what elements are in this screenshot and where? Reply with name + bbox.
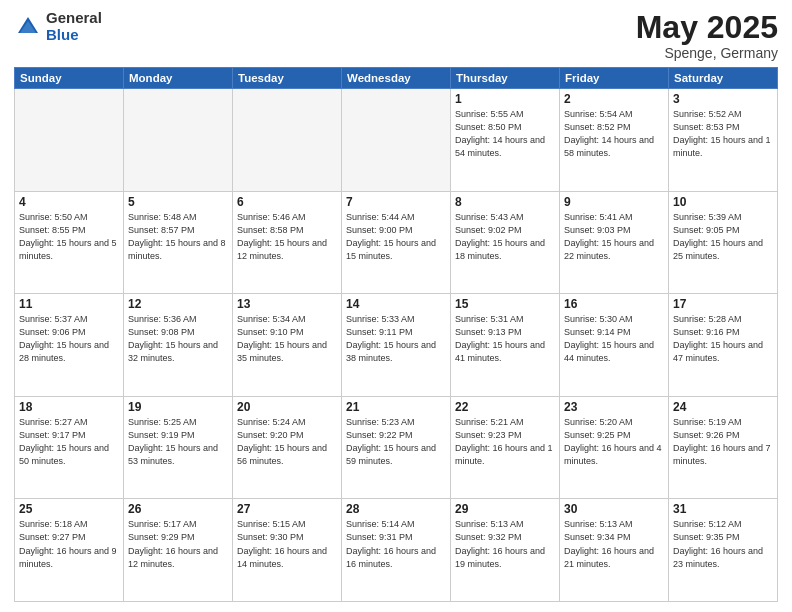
calendar-cell: 25Sunrise: 5:18 AM Sunset: 9:27 PM Dayli… bbox=[15, 499, 124, 602]
day-info: Sunrise: 5:27 AM Sunset: 9:17 PM Dayligh… bbox=[19, 416, 119, 468]
calendar-cell: 31Sunrise: 5:12 AM Sunset: 9:35 PM Dayli… bbox=[669, 499, 778, 602]
calendar-cell: 22Sunrise: 5:21 AM Sunset: 9:23 PM Dayli… bbox=[451, 396, 560, 499]
day-info: Sunrise: 5:31 AM Sunset: 9:13 PM Dayligh… bbox=[455, 313, 555, 365]
calendar-cell: 5Sunrise: 5:48 AM Sunset: 8:57 PM Daylig… bbox=[124, 191, 233, 294]
day-number: 6 bbox=[237, 195, 337, 209]
day-number: 14 bbox=[346, 297, 446, 311]
logo: General Blue bbox=[14, 10, 102, 43]
day-info: Sunrise: 5:34 AM Sunset: 9:10 PM Dayligh… bbox=[237, 313, 337, 365]
day-number: 20 bbox=[237, 400, 337, 414]
calendar-table: Sunday Monday Tuesday Wednesday Thursday… bbox=[14, 67, 778, 602]
calendar-cell: 12Sunrise: 5:36 AM Sunset: 9:08 PM Dayli… bbox=[124, 294, 233, 397]
day-number: 3 bbox=[673, 92, 773, 106]
day-number: 31 bbox=[673, 502, 773, 516]
week-row-2: 4Sunrise: 5:50 AM Sunset: 8:55 PM Daylig… bbox=[15, 191, 778, 294]
day-info: Sunrise: 5:12 AM Sunset: 9:35 PM Dayligh… bbox=[673, 518, 773, 570]
day-number: 24 bbox=[673, 400, 773, 414]
day-number: 9 bbox=[564, 195, 664, 209]
day-number: 17 bbox=[673, 297, 773, 311]
day-info: Sunrise: 5:48 AM Sunset: 8:57 PM Dayligh… bbox=[128, 211, 228, 263]
calendar-cell: 2Sunrise: 5:54 AM Sunset: 8:52 PM Daylig… bbox=[560, 89, 669, 192]
calendar-cell: 21Sunrise: 5:23 AM Sunset: 9:22 PM Dayli… bbox=[342, 396, 451, 499]
calendar-cell: 27Sunrise: 5:15 AM Sunset: 9:30 PM Dayli… bbox=[233, 499, 342, 602]
calendar-cell: 6Sunrise: 5:46 AM Sunset: 8:58 PM Daylig… bbox=[233, 191, 342, 294]
week-row-1: 1Sunrise: 5:55 AM Sunset: 8:50 PM Daylig… bbox=[15, 89, 778, 192]
day-number: 5 bbox=[128, 195, 228, 209]
calendar-cell: 10Sunrise: 5:39 AM Sunset: 9:05 PM Dayli… bbox=[669, 191, 778, 294]
logo-blue-text: Blue bbox=[46, 27, 102, 44]
calendar-cell: 30Sunrise: 5:13 AM Sunset: 9:34 PM Dayli… bbox=[560, 499, 669, 602]
day-info: Sunrise: 5:25 AM Sunset: 9:19 PM Dayligh… bbox=[128, 416, 228, 468]
calendar-cell bbox=[233, 89, 342, 192]
logo-text: General Blue bbox=[46, 10, 102, 43]
calendar-cell: 26Sunrise: 5:17 AM Sunset: 9:29 PM Dayli… bbox=[124, 499, 233, 602]
col-sunday: Sunday bbox=[15, 68, 124, 89]
calendar-cell: 19Sunrise: 5:25 AM Sunset: 9:19 PM Dayli… bbox=[124, 396, 233, 499]
day-number: 26 bbox=[128, 502, 228, 516]
calendar-cell: 20Sunrise: 5:24 AM Sunset: 9:20 PM Dayli… bbox=[233, 396, 342, 499]
day-number: 13 bbox=[237, 297, 337, 311]
logo-icon bbox=[14, 13, 42, 41]
calendar-cell: 13Sunrise: 5:34 AM Sunset: 9:10 PM Dayli… bbox=[233, 294, 342, 397]
calendar-cell: 3Sunrise: 5:52 AM Sunset: 8:53 PM Daylig… bbox=[669, 89, 778, 192]
col-wednesday: Wednesday bbox=[342, 68, 451, 89]
calendar-cell: 23Sunrise: 5:20 AM Sunset: 9:25 PM Dayli… bbox=[560, 396, 669, 499]
day-number: 11 bbox=[19, 297, 119, 311]
day-number: 21 bbox=[346, 400, 446, 414]
day-number: 16 bbox=[564, 297, 664, 311]
day-info: Sunrise: 5:13 AM Sunset: 9:34 PM Dayligh… bbox=[564, 518, 664, 570]
calendar-cell: 15Sunrise: 5:31 AM Sunset: 9:13 PM Dayli… bbox=[451, 294, 560, 397]
col-thursday: Thursday bbox=[451, 68, 560, 89]
day-info: Sunrise: 5:54 AM Sunset: 8:52 PM Dayligh… bbox=[564, 108, 664, 160]
calendar-cell: 29Sunrise: 5:13 AM Sunset: 9:32 PM Dayli… bbox=[451, 499, 560, 602]
calendar-cell: 14Sunrise: 5:33 AM Sunset: 9:11 PM Dayli… bbox=[342, 294, 451, 397]
day-info: Sunrise: 5:18 AM Sunset: 9:27 PM Dayligh… bbox=[19, 518, 119, 570]
day-info: Sunrise: 5:37 AM Sunset: 9:06 PM Dayligh… bbox=[19, 313, 119, 365]
week-row-3: 11Sunrise: 5:37 AM Sunset: 9:06 PM Dayli… bbox=[15, 294, 778, 397]
day-info: Sunrise: 5:44 AM Sunset: 9:00 PM Dayligh… bbox=[346, 211, 446, 263]
day-info: Sunrise: 5:55 AM Sunset: 8:50 PM Dayligh… bbox=[455, 108, 555, 160]
day-info: Sunrise: 5:52 AM Sunset: 8:53 PM Dayligh… bbox=[673, 108, 773, 160]
col-saturday: Saturday bbox=[669, 68, 778, 89]
calendar-header-row: Sunday Monday Tuesday Wednesday Thursday… bbox=[15, 68, 778, 89]
day-info: Sunrise: 5:21 AM Sunset: 9:23 PM Dayligh… bbox=[455, 416, 555, 468]
day-info: Sunrise: 5:39 AM Sunset: 9:05 PM Dayligh… bbox=[673, 211, 773, 263]
calendar-cell bbox=[342, 89, 451, 192]
day-info: Sunrise: 5:33 AM Sunset: 9:11 PM Dayligh… bbox=[346, 313, 446, 365]
col-friday: Friday bbox=[560, 68, 669, 89]
calendar-cell: 16Sunrise: 5:30 AM Sunset: 9:14 PM Dayli… bbox=[560, 294, 669, 397]
day-info: Sunrise: 5:46 AM Sunset: 8:58 PM Dayligh… bbox=[237, 211, 337, 263]
day-info: Sunrise: 5:20 AM Sunset: 9:25 PM Dayligh… bbox=[564, 416, 664, 468]
day-info: Sunrise: 5:19 AM Sunset: 9:26 PM Dayligh… bbox=[673, 416, 773, 468]
day-number: 25 bbox=[19, 502, 119, 516]
calendar-cell: 18Sunrise: 5:27 AM Sunset: 9:17 PM Dayli… bbox=[15, 396, 124, 499]
calendar-cell: 7Sunrise: 5:44 AM Sunset: 9:00 PM Daylig… bbox=[342, 191, 451, 294]
calendar-cell: 11Sunrise: 5:37 AM Sunset: 9:06 PM Dayli… bbox=[15, 294, 124, 397]
title-month: May 2025 bbox=[636, 10, 778, 45]
day-number: 29 bbox=[455, 502, 555, 516]
calendar-cell bbox=[15, 89, 124, 192]
day-info: Sunrise: 5:43 AM Sunset: 9:02 PM Dayligh… bbox=[455, 211, 555, 263]
day-number: 28 bbox=[346, 502, 446, 516]
day-info: Sunrise: 5:28 AM Sunset: 9:16 PM Dayligh… bbox=[673, 313, 773, 365]
col-tuesday: Tuesday bbox=[233, 68, 342, 89]
day-number: 7 bbox=[346, 195, 446, 209]
calendar-cell: 1Sunrise: 5:55 AM Sunset: 8:50 PM Daylig… bbox=[451, 89, 560, 192]
day-number: 8 bbox=[455, 195, 555, 209]
calendar-cell: 28Sunrise: 5:14 AM Sunset: 9:31 PM Dayli… bbox=[342, 499, 451, 602]
day-number: 1 bbox=[455, 92, 555, 106]
day-number: 23 bbox=[564, 400, 664, 414]
calendar-cell: 9Sunrise: 5:41 AM Sunset: 9:03 PM Daylig… bbox=[560, 191, 669, 294]
day-info: Sunrise: 5:23 AM Sunset: 9:22 PM Dayligh… bbox=[346, 416, 446, 468]
calendar-cell: 4Sunrise: 5:50 AM Sunset: 8:55 PM Daylig… bbox=[15, 191, 124, 294]
calendar-cell: 17Sunrise: 5:28 AM Sunset: 9:16 PM Dayli… bbox=[669, 294, 778, 397]
calendar-cell: 24Sunrise: 5:19 AM Sunset: 9:26 PM Dayli… bbox=[669, 396, 778, 499]
logo-general-text: General bbox=[46, 10, 102, 27]
title-location: Spenge, Germany bbox=[636, 45, 778, 61]
col-monday: Monday bbox=[124, 68, 233, 89]
day-info: Sunrise: 5:30 AM Sunset: 9:14 PM Dayligh… bbox=[564, 313, 664, 365]
calendar-cell bbox=[124, 89, 233, 192]
calendar-cell: 8Sunrise: 5:43 AM Sunset: 9:02 PM Daylig… bbox=[451, 191, 560, 294]
day-info: Sunrise: 5:17 AM Sunset: 9:29 PM Dayligh… bbox=[128, 518, 228, 570]
day-info: Sunrise: 5:24 AM Sunset: 9:20 PM Dayligh… bbox=[237, 416, 337, 468]
